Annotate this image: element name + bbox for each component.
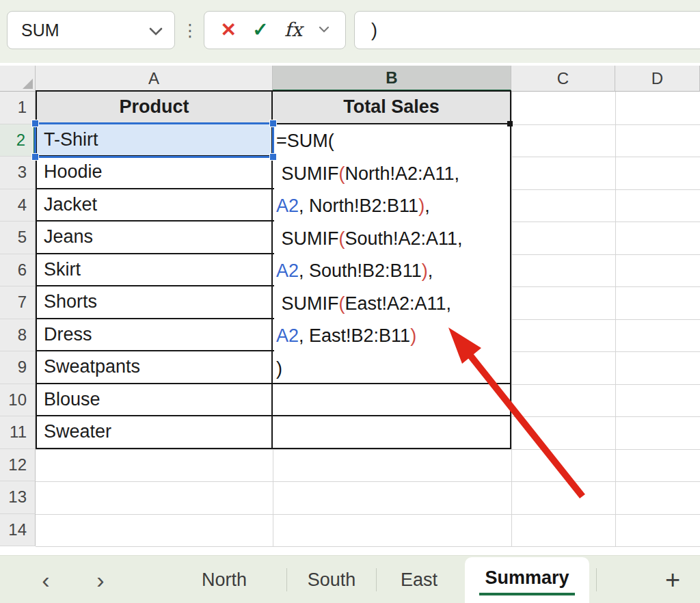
sheet-tab-label: South: [308, 570, 356, 591]
formula-line: A2, North!B2:B11),: [276, 190, 510, 223]
cell-B11[interactable]: [273, 416, 511, 449]
cell-A6[interactable]: Skirt: [36, 254, 273, 287]
cell-A8[interactable]: Dress: [36, 319, 273, 352]
cancel-icon[interactable]: ✕: [220, 21, 236, 40]
edit-border-nub-left: [271, 121, 276, 126]
toolbar-drag-handle-icon: ⋮: [180, 11, 200, 49]
gridline: [36, 514, 700, 515]
add-sheet-icon[interactable]: +: [655, 556, 690, 603]
edit-border-nub-right: [507, 121, 513, 126]
formula-toolbar: SUM ⋮ ✕ ✓ fx ): [0, 0, 700, 63]
row-header-14[interactable]: 14: [0, 514, 36, 547]
sheet-tab-south[interactable]: South: [287, 556, 376, 603]
formula-line: SUMIF(East!A2:A11,: [276, 288, 510, 321]
gridline: [36, 481, 700, 482]
formula-line: A2, South!B2:B11),: [276, 255, 510, 288]
column-header-A[interactable]: A: [36, 66, 273, 92]
chevron-down-icon[interactable]: [148, 21, 163, 40]
formula-line: ): [276, 353, 510, 386]
formula-command-group: ✕ ✓ fx: [204, 11, 346, 49]
name-box-value: SUM: [21, 21, 59, 40]
row-header-13[interactable]: 13: [0, 481, 36, 514]
row-header-2[interactable]: 2: [0, 124, 36, 157]
sheet-tab-east[interactable]: East: [377, 556, 461, 603]
formula-line: =SUM(: [276, 125, 510, 158]
cell-A7[interactable]: Shorts: [36, 286, 273, 319]
formula-bar-value: ): [371, 20, 377, 41]
row-header-9[interactable]: 9: [0, 351, 36, 384]
sheet-tab-north[interactable]: North: [163, 556, 286, 603]
cell-B1[interactable]: Total Sales: [273, 92, 511, 124]
row-header-8[interactable]: 8: [0, 319, 36, 352]
cell-A4[interactable]: Jacket: [36, 189, 273, 222]
formula-line: A2, East!B2:B11): [276, 320, 510, 353]
name-box[interactable]: SUM: [7, 11, 175, 49]
next-sheet-icon[interactable]: ›: [85, 556, 116, 603]
gridline: [36, 546, 700, 547]
sheet-tab-summary[interactable]: Summary: [465, 557, 589, 603]
sheet-tab-bar: ‹ › North South East Summary +: [0, 555, 700, 603]
prev-sheet-icon[interactable]: ‹: [31, 556, 61, 603]
cell-B10[interactable]: [273, 384, 511, 417]
row-header-4[interactable]: 4: [0, 189, 36, 222]
gridline: [36, 449, 700, 450]
row-header-5[interactable]: 5: [0, 222, 36, 254]
row-header-6[interactable]: 6: [0, 254, 36, 287]
cell-A10[interactable]: Blouse: [36, 384, 273, 417]
fx-chevron-down-icon[interactable]: [319, 24, 329, 36]
cell-A5[interactable]: Jeans: [36, 222, 273, 254]
sheet-tab-label: North: [202, 570, 247, 591]
formula-line: SUMIF(North!A2:A11,: [276, 158, 510, 191]
row-header-11[interactable]: 11: [0, 416, 36, 449]
sheet-tab-label: East: [401, 570, 438, 591]
sheet-tab-label: Summary: [479, 566, 574, 595]
column-header-D[interactable]: D: [615, 66, 700, 92]
formula-line: SUMIF(South!A2:A11,: [276, 223, 510, 256]
table-top-border: [36, 90, 511, 92]
column-header-C[interactable]: C: [511, 66, 615, 92]
gridline: [615, 92, 616, 546]
select-all-corner[interactable]: [0, 66, 36, 92]
enter-icon[interactable]: ✓: [252, 21, 268, 40]
row-header-1[interactable]: 1: [0, 92, 36, 124]
row-header-7[interactable]: 7: [0, 286, 36, 319]
row-header-10[interactable]: 10: [0, 384, 36, 417]
cell-A1[interactable]: Product: [36, 92, 273, 124]
tab-separator: [596, 568, 597, 591]
row-header-12[interactable]: 12: [0, 449, 36, 482]
formula-overlay[interactable]: =SUM( SUMIF(North!A2:A11,A2, North!B2:B1…: [274, 125, 510, 382]
cell-A3[interactable]: Hoodie: [36, 157, 273, 189]
cell-A2[interactable]: T-Shirt: [36, 124, 273, 157]
row-header-3[interactable]: 3: [0, 157, 36, 189]
cell-A11[interactable]: Sweater: [36, 416, 273, 449]
select-all-triangle-icon: [23, 79, 33, 89]
column-header-B[interactable]: B: [273, 66, 511, 92]
cell-A9[interactable]: Sweatpants: [36, 351, 273, 384]
gridline: [511, 92, 512, 546]
formula-bar[interactable]: ): [354, 11, 700, 49]
insert-function-icon[interactable]: fx: [284, 21, 302, 40]
